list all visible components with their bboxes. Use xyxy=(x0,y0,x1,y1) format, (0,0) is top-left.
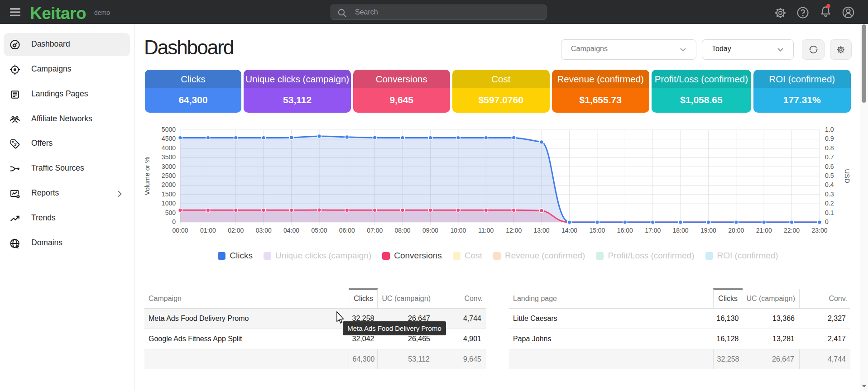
svg-text:Volume or %: Volume or % xyxy=(143,157,151,195)
svg-text:12:00: 12:00 xyxy=(506,227,522,234)
svg-text:USD: USD xyxy=(844,169,851,183)
svg-text:3000: 3000 xyxy=(162,163,176,170)
svg-text:05:00: 05:00 xyxy=(311,227,327,234)
svg-text:10:00: 10:00 xyxy=(450,227,466,234)
svg-text:09:00: 09:00 xyxy=(422,227,438,234)
svg-text:0.9: 0.9 xyxy=(825,135,834,142)
svg-text:18:00: 18:00 xyxy=(672,227,688,234)
svg-text:1000: 1000 xyxy=(162,200,176,207)
svg-text:0.7: 0.7 xyxy=(825,153,834,161)
svg-text:0: 0 xyxy=(172,218,176,225)
svg-text:08:00: 08:00 xyxy=(395,227,411,234)
svg-text:02:00: 02:00 xyxy=(228,227,244,234)
svg-text:04:00: 04:00 xyxy=(283,227,299,234)
svg-text:4500: 4500 xyxy=(162,135,176,142)
svg-text:0: 0 xyxy=(825,218,829,225)
svg-text:0.6: 0.6 xyxy=(825,163,834,170)
svg-text:17:00: 17:00 xyxy=(645,227,661,234)
svg-text:01:00: 01:00 xyxy=(200,227,216,234)
svg-text:11:00: 11:00 xyxy=(478,227,494,234)
svg-text:00:00: 00:00 xyxy=(172,227,188,234)
svg-text:0.4: 0.4 xyxy=(825,181,834,188)
svg-text:500: 500 xyxy=(165,209,176,216)
svg-text:03:00: 03:00 xyxy=(256,227,272,234)
svg-text:22:00: 22:00 xyxy=(784,227,800,234)
svg-text:16:00: 16:00 xyxy=(617,227,633,234)
svg-text:15:00: 15:00 xyxy=(589,227,605,234)
svg-text:0.5: 0.5 xyxy=(825,172,834,179)
svg-text:4000: 4000 xyxy=(162,144,176,152)
svg-text:1.0: 1.0 xyxy=(825,126,834,133)
svg-text:21:00: 21:00 xyxy=(756,227,772,234)
svg-text:0.2: 0.2 xyxy=(825,200,834,207)
svg-text:3500: 3500 xyxy=(162,153,176,161)
svg-text:0.8: 0.8 xyxy=(825,144,834,152)
svg-text:13:00: 13:00 xyxy=(534,227,550,234)
svg-text:20:00: 20:00 xyxy=(728,227,744,234)
svg-text:14:00: 14:00 xyxy=(561,227,577,234)
svg-text:1500: 1500 xyxy=(162,191,176,198)
svg-text:0.3: 0.3 xyxy=(825,191,834,198)
svg-text:23:00: 23:00 xyxy=(811,227,827,234)
svg-text:06:00: 06:00 xyxy=(339,227,355,234)
svg-text:2000: 2000 xyxy=(162,181,176,188)
svg-text:19:00: 19:00 xyxy=(700,227,716,234)
svg-text:5000: 5000 xyxy=(162,126,176,133)
svg-text:07:00: 07:00 xyxy=(367,227,383,234)
svg-text:0.1: 0.1 xyxy=(825,209,834,216)
svg-text:2500: 2500 xyxy=(162,172,176,179)
